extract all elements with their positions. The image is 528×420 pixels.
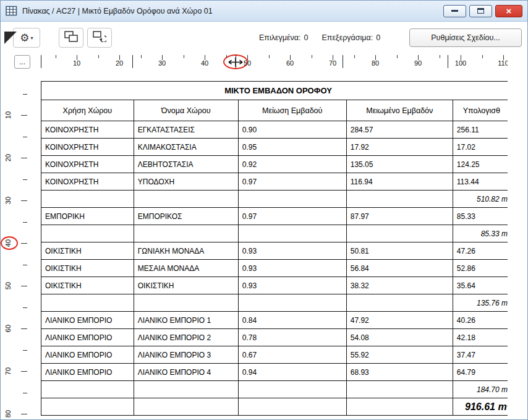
- cell[interactable]: 135.05: [346, 156, 453, 173]
- cell[interactable]: ΛΙΑΝΙΚΟ ΕΜΠΟΡΙΟ 1: [134, 312, 238, 329]
- cell[interactable]: 50.81: [346, 242, 453, 260]
- cell[interactable]: ΛΙΑΝΙΚΟ ΕΜΠΟΡΙΟ 4: [134, 364, 238, 381]
- close-button[interactable]: ×: [495, 5, 522, 17]
- cell[interactable]: 0.92: [238, 156, 346, 173]
- cell[interactable]: ΛΙΑΝΙΚΟ ΕΜΠΟΡΙΟ: [41, 312, 134, 329]
- ruler-tick: [226, 55, 227, 58]
- cell[interactable]: 0.94: [238, 364, 346, 381]
- cell[interactable]: 40.26: [453, 312, 508, 329]
- ruler-options-button[interactable]: ...: [14, 55, 30, 69]
- titlebar[interactable]: Πίνακας / AC27 | Μικτό Εμβαδόν Ορόφου αν…: [1, 1, 527, 22]
- cell[interactable]: ΛΙΑΝΙΚΟ ΕΜΠΟΡΙΟ: [41, 364, 134, 381]
- cell[interactable]: ΚΟΙΝΟΧΡΗΣΤΗ: [41, 156, 134, 173]
- cell[interactable]: 256.11: [453, 121, 508, 139]
- cell[interactable]: 87.97: [346, 208, 453, 225]
- cell[interactable]: ΟΙΚΙΣΤΙΚΗ: [134, 277, 238, 294]
- ruler-tick: [23, 222, 27, 223]
- cell[interactable]: 0.97: [238, 173, 346, 191]
- cell[interactable]: 17.92: [346, 139, 453, 156]
- cell[interactable]: 47.26: [453, 242, 508, 260]
- column-header-reduction[interactable]: Μείωση Εμβαδού: [238, 100, 346, 121]
- cell[interactable]: 55.92: [346, 346, 453, 364]
- cell[interactable]: ΟΙΚΙΣΤΙΚΗ: [41, 277, 134, 294]
- update-drawing-button[interactable]: [87, 28, 112, 48]
- subtotal-cell: 184.70 m²: [453, 381, 508, 398]
- cell[interactable]: 64.79: [453, 364, 508, 381]
- cell[interactable]: 0.93: [238, 277, 346, 294]
- cell[interactable]: ΛΙΑΝΙΚΟ ΕΜΠΟΡΙΟ 2: [134, 329, 238, 346]
- table-row: ΚΟΙΝΟΧΡΗΣΤΗΥΠΟΔΟΧΗ0.97116.94113.44: [41, 173, 508, 191]
- column-boundary-tick[interactable]: [343, 55, 343, 68]
- cell[interactable]: ΚΛΙΜΑΚΟΣΤΑΣΙΑ: [134, 139, 238, 156]
- cell[interactable]: ΕΓΚΑΤΑΣΤΑΣΕΙΣ: [134, 121, 238, 139]
- column-boundary-tick[interactable]: [132, 55, 133, 68]
- vertical-ruler[interactable]: ... 1020304050607080: [1, 54, 35, 420]
- cell[interactable]: 0.90: [238, 121, 346, 139]
- cell[interactable]: 284.57: [346, 121, 453, 139]
- cell[interactable]: ΚΟΙΝΟΧΡΗΣΤΗ: [41, 121, 134, 139]
- column-header-name[interactable]: Όνομα Χώρου: [134, 100, 238, 121]
- table-row: ΛΙΑΝΙΚΟ ΕΜΠΟΡΙΟΛΙΑΝΙΚΟ ΕΜΠΟΡΙΟ 20.7854.0…: [41, 329, 508, 346]
- cell[interactable]: 0.93: [238, 242, 346, 260]
- cell[interactable]: ΚΟΙΝΟΧΡΗΣΤΗ: [41, 139, 134, 156]
- minimize-button[interactable]: [443, 5, 466, 17]
- maximize-button[interactable]: [469, 5, 492, 17]
- column-boundary-tick[interactable]: [41, 55, 41, 68]
- place-drawing-button[interactable]: [59, 28, 83, 48]
- cell[interactable]: 0.97: [238, 208, 346, 225]
- column-header-calculated[interactable]: Υπολογισθ: [453, 100, 508, 121]
- schedule-canvas[interactable]: ΜΙΚΤΟ ΕΜΒΑΔΟΝ ΟΡΟΦΟΥ Χρήση Χώρου Όνομα Χ…: [35, 70, 508, 420]
- cell[interactable]: 124.25: [453, 156, 508, 173]
- column-boundary-tick[interactable]: [236, 55, 236, 68]
- cell[interactable]: ΜΕΣΑΙΑ ΜΟΝΑΔΑ: [134, 260, 238, 277]
- cell[interactable]: 68.93: [346, 364, 453, 381]
- ruler-label: 100: [455, 59, 466, 67]
- column-header-use[interactable]: Χρήση Χώρου: [41, 100, 134, 121]
- cell[interactable]: 47.92: [346, 312, 453, 329]
- table-row: ΛΙΑΝΙΚΟ ΕΜΠΟΡΙΟΛΙΑΝΙΚΟ ΕΜΠΟΡΙΟ 30.6755.9…: [41, 346, 508, 364]
- cell[interactable]: ΛΙΑΝΙΚΟ ΕΜΠΟΡΙΟ: [41, 329, 134, 346]
- cell[interactable]: 56.84: [346, 260, 453, 277]
- cell[interactable]: 116.94: [346, 173, 453, 191]
- column-header-reduced-area[interactable]: Μειωμένο Εμβαδόν: [346, 100, 453, 121]
- cell[interactable]: ΕΜΠΟΡΙΚΗ: [41, 208, 134, 225]
- empty-cell: [238, 191, 346, 208]
- cell[interactable]: 38.32: [346, 277, 453, 294]
- ruler-label: 20: [4, 151, 12, 165]
- cell[interactable]: ΛΕΒΗΤΟΣΤΑΣΙΑ: [134, 156, 238, 173]
- horizontal-ruler[interactable]: 102030405060708090100110: [35, 54, 508, 70]
- table-row: 85.33 m²: [41, 225, 508, 242]
- cell[interactable]: 17.02: [453, 139, 508, 156]
- cell[interactable]: ΓΩΝΙΑΚΗ ΜΟΝΑΔΑ: [134, 242, 238, 260]
- sheet-title: ΜΙΚΤΟ ΕΜΒΑΔΟΝ ΟΡΟΦΟΥ: [41, 82, 508, 100]
- drawing-settings-button[interactable]: Ρυθμίσεις Σχεδίου...: [409, 28, 522, 47]
- cell[interactable]: 0.67: [238, 346, 346, 364]
- sheet-title-row: ΜΙΚΤΟ ΕΜΒΑΔΟΝ ΟΡΟΦΟΥ: [41, 82, 508, 100]
- cell[interactable]: 0.78: [238, 329, 346, 346]
- cell[interactable]: ΚΟΙΝΟΧΡΗΣΤΗ: [41, 173, 134, 191]
- cell[interactable]: 85.33: [453, 208, 508, 225]
- column-boundary-tick[interactable]: [448, 55, 448, 68]
- cell[interactable]: 0.95: [238, 139, 346, 156]
- editable-value: 0: [376, 33, 380, 42]
- table-row: ΟΙΚΙΣΤΙΚΗΟΙΚΙΣΤΙΚΗ0.9338.3235.64: [41, 277, 508, 294]
- cell[interactable]: ΕΜΠΟΡΙΚΟΣ: [134, 208, 238, 225]
- cell[interactable]: ΥΠΟΔΟΧΗ: [134, 173, 238, 191]
- cell[interactable]: ΟΙΚΙΣΤΙΚΗ: [41, 260, 134, 277]
- cell[interactable]: 0.93: [238, 260, 346, 277]
- cell[interactable]: 35.64: [453, 277, 508, 294]
- selection-stats: Επιλεγμένα: 0 Επεξεργάσιμα: 0: [259, 22, 380, 54]
- table-settings-menu-button[interactable]: ⚙ ▾: [13, 28, 40, 48]
- cell[interactable]: 42.18: [453, 329, 508, 346]
- cell[interactable]: ΛΙΑΝΙΚΟ ΕΜΠΟΡΙΟ 3: [134, 346, 238, 364]
- cell[interactable]: ΟΙΚΙΣΤΙΚΗ: [41, 242, 134, 260]
- cell[interactable]: 0.84: [238, 312, 346, 329]
- cell[interactable]: 52.86: [453, 260, 508, 277]
- cell[interactable]: 54.08: [346, 329, 453, 346]
- schedule-table: ΜΙΚΤΟ ΕΜΒΑΔΟΝ ΟΡΟΦΟΥ Χρήση Χώρου Όνομα Χ…: [41, 81, 508, 416]
- ruler-label: 70: [4, 364, 12, 378]
- cell[interactable]: 113.44: [453, 173, 508, 191]
- grand-total-cell: 916.61 m²: [453, 398, 508, 416]
- cell[interactable]: 37.47: [453, 346, 508, 364]
- cell[interactable]: ΛΙΑΝΙΚΟ ΕΜΠΟΡΙΟ: [41, 346, 134, 364]
